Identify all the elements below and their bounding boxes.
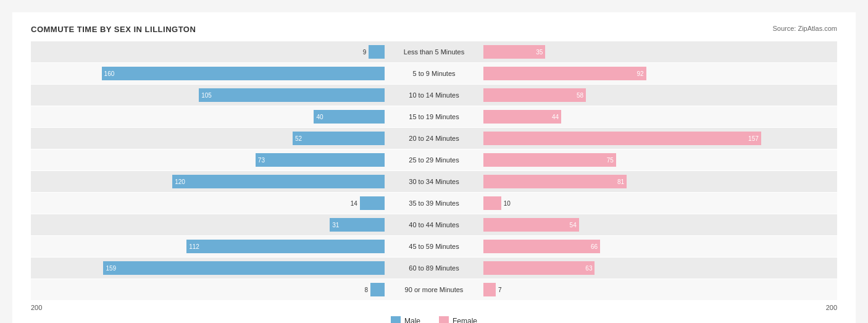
left-half: 40: [31, 106, 385, 127]
legend-female: Female: [439, 316, 477, 323]
bar-pink: 157: [483, 132, 761, 145]
pink-value-inside: 44: [552, 114, 559, 120]
blue-bar-wrap: 8: [31, 279, 385, 300]
blue-value-inside: 73: [258, 157, 265, 164]
center-label: Less than 5 Minutes: [385, 48, 483, 56]
blue-value-outside: 14: [351, 200, 357, 207]
center-label: 35 to 39 Minutes: [385, 199, 483, 207]
bar-blue: 8: [370, 283, 385, 296]
bar-pink: 66: [483, 240, 600, 253]
chart-title: COMMUTE TIME BY SEX IN LILLINGTON: [31, 25, 837, 34]
table-row: 31 40 to 44 Minutes 54: [31, 214, 837, 235]
table-row: 73 25 to 29 Minutes 75: [31, 149, 837, 170]
center-label: 5 to 9 Minutes: [385, 70, 483, 77]
right-half: 35: [483, 41, 837, 62]
table-row: 105 10 to 14 Minutes 58: [31, 85, 837, 106]
bar-blue: 40: [314, 110, 385, 124]
chart-container: COMMUTE TIME BY SEX IN LILLINGTON Source…: [12, 12, 856, 323]
bar-blue: 112: [186, 240, 385, 253]
table-row: 14 35 to 39 Minutes 10: [31, 193, 837, 214]
blue-bar-wrap: 31: [31, 214, 385, 235]
blue-bar-wrap: 160: [31, 63, 385, 84]
bar-blue: 120: [172, 175, 385, 188]
table-row: 160 5 to 9 Minutes 92: [31, 63, 837, 84]
pink-value-inside: 63: [585, 265, 592, 272]
center-label: 90 or more Minutes: [385, 286, 483, 293]
blue-bar-wrap: 112: [31, 236, 385, 257]
left-half: 120: [31, 171, 385, 192]
right-half: 54: [483, 214, 837, 235]
blue-value-inside: 52: [295, 135, 302, 142]
bar-blue: 105: [199, 88, 385, 102]
bar-pink: 75: [483, 153, 616, 167]
center-label: 10 to 14 Minutes: [385, 91, 483, 99]
left-half: 73: [31, 149, 385, 170]
blue-bar-wrap: 105: [31, 85, 385, 106]
pink-value-inside: 35: [536, 49, 543, 56]
pink-value-inside: 81: [617, 178, 624, 185]
axis-left-value: 200: [31, 304, 385, 311]
left-half: 112: [31, 236, 385, 257]
bar-blue: 9: [369, 45, 385, 59]
right-half: 157: [483, 128, 837, 149]
left-half: 31: [31, 214, 385, 235]
blue-bar-wrap: 40: [31, 106, 385, 127]
left-half: 159: [31, 258, 385, 279]
right-half: 44: [483, 106, 837, 127]
pink-bar-wrap: 7: [483, 279, 837, 300]
bar-blue: 52: [293, 132, 385, 145]
bar-blue: 73: [256, 153, 385, 167]
blue-bar-wrap: 73: [31, 149, 385, 170]
right-half: 66: [483, 236, 837, 257]
bar-blue: 31: [330, 218, 385, 232]
blue-value-inside: 105: [201, 92, 212, 99]
axis-right-value: 200: [483, 304, 837, 311]
bar-pink: 7: [483, 283, 496, 296]
chart-wrapper: 9 Less than 5 Minutes 35 160: [31, 41, 837, 323]
right-half: 92: [483, 63, 837, 84]
pink-value-outside: 7: [498, 287, 502, 293]
bar-pink: 10: [483, 196, 501, 210]
pink-value-outside: 10: [504, 200, 511, 207]
center-label: 20 to 24 Minutes: [385, 135, 483, 142]
pink-bar-wrap: 75: [483, 149, 837, 170]
blue-value-inside: 160: [104, 70, 115, 77]
pink-bar-wrap: 54: [483, 214, 837, 235]
pink-value-inside: 92: [636, 70, 643, 77]
legend-male: Male: [391, 316, 420, 323]
pink-bar-wrap: 35: [483, 41, 837, 62]
right-half: 7: [483, 279, 837, 300]
blue-value-outside: 9: [363, 49, 367, 56]
blue-bar-wrap: 9: [31, 41, 385, 62]
pink-bar-wrap: 66: [483, 236, 837, 257]
table-row: 52 20 to 24 Minutes 157: [31, 128, 837, 149]
table-row: 8 90 or more Minutes 7: [31, 279, 837, 300]
pink-value-inside: 54: [570, 222, 577, 229]
right-half: 63: [483, 258, 837, 279]
rows-container: 9 Less than 5 Minutes 35 160: [31, 41, 837, 300]
table-row: 9 Less than 5 Minutes 35: [31, 41, 837, 62]
table-row: 112 45 to 59 Minutes 66: [31, 236, 837, 257]
blue-value-inside: 31: [332, 222, 339, 229]
legend: Male Female: [31, 316, 837, 323]
bar-pink: 44: [483, 110, 561, 124]
male-color-swatch: [391, 316, 401, 323]
bar-pink: 58: [483, 88, 586, 102]
pink-value-inside: 58: [577, 92, 583, 99]
pink-value-inside: 66: [591, 243, 598, 250]
bar-pink: 81: [483, 175, 627, 188]
pink-bar-wrap: 58: [483, 85, 837, 106]
left-half: 160: [31, 63, 385, 84]
blue-value-inside: 112: [189, 243, 199, 250]
pink-bar-wrap: 63: [483, 258, 837, 279]
female-legend-label: Female: [453, 317, 477, 323]
blue-bar-wrap: 159: [31, 258, 385, 279]
bar-blue: 14: [360, 196, 385, 210]
bar-pink: 35: [483, 45, 545, 59]
center-label: 25 to 29 Minutes: [385, 156, 483, 164]
right-half: 81: [483, 171, 837, 192]
blue-value-inside: 40: [316, 114, 323, 120]
female-color-swatch: [439, 316, 449, 323]
table-row: 40 15 to 19 Minutes 44: [31, 106, 837, 127]
bar-blue: 160: [102, 67, 385, 80]
